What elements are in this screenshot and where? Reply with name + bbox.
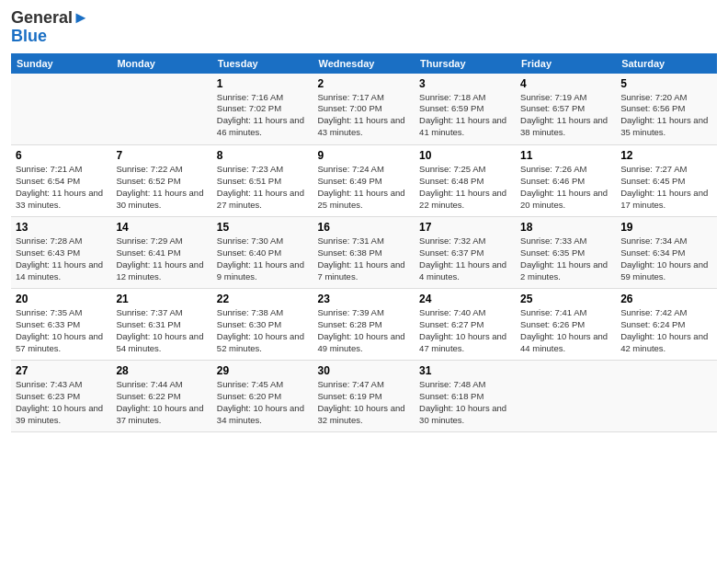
header-day-wednesday: Wednesday	[313, 53, 415, 74]
calendar-cell: 9Sunrise: 7:24 AM Sunset: 6:49 PM Daylig…	[313, 145, 415, 217]
day-number: 1	[217, 77, 309, 90]
day-info: Sunrise: 7:35 AM Sunset: 6:33 PM Dayligh…	[16, 307, 107, 354]
calendar-cell: 8Sunrise: 7:23 AM Sunset: 6:51 PM Daylig…	[212, 145, 313, 217]
week-row-4: 20Sunrise: 7:35 AM Sunset: 6:33 PM Dayli…	[11, 289, 717, 361]
header-day-tuesday: Tuesday	[212, 53, 313, 74]
day-info: Sunrise: 7:38 AM Sunset: 6:30 PM Dayligh…	[217, 307, 309, 354]
day-info: Sunrise: 7:42 AM Sunset: 6:24 PM Dayligh…	[620, 307, 712, 354]
calendar-cell: 6Sunrise: 7:21 AM Sunset: 6:54 PM Daylig…	[11, 145, 111, 217]
calendar-cell: 20Sunrise: 7:35 AM Sunset: 6:33 PM Dayli…	[11, 289, 111, 361]
day-number: 13	[16, 221, 107, 234]
day-info: Sunrise: 7:18 AM Sunset: 6:59 PM Dayligh…	[419, 92, 511, 139]
calendar-cell: 19Sunrise: 7:34 AM Sunset: 6:34 PM Dayli…	[616, 217, 717, 289]
day-number: 3	[419, 77, 511, 90]
day-info: Sunrise: 7:16 AM Sunset: 7:02 PM Dayligh…	[217, 92, 309, 139]
day-number: 4	[520, 77, 611, 90]
calendar-cell: 17Sunrise: 7:32 AM Sunset: 6:37 PM Dayli…	[415, 217, 516, 289]
day-number: 16	[317, 221, 410, 234]
day-info: Sunrise: 7:17 AM Sunset: 7:00 PM Dayligh…	[317, 92, 410, 139]
page-container: General► Blue SundayMondayTuesdayWednesd…	[0, 0, 728, 440]
day-info: Sunrise: 7:41 AM Sunset: 6:26 PM Dayligh…	[520, 307, 611, 354]
calendar-cell: 13Sunrise: 7:28 AM Sunset: 6:43 PM Dayli…	[11, 217, 111, 289]
day-number: 20	[16, 293, 107, 305]
day-info: Sunrise: 7:31 AM Sunset: 6:38 PM Dayligh…	[317, 236, 410, 282]
day-number: 21	[116, 293, 207, 305]
calendar-cell	[111, 74, 211, 145]
week-row-1: 1Sunrise: 7:16 AM Sunset: 7:02 PM Daylig…	[11, 74, 717, 145]
day-info: Sunrise: 7:45 AM Sunset: 6:20 PM Dayligh…	[217, 379, 309, 426]
day-info: Sunrise: 7:30 AM Sunset: 6:40 PM Dayligh…	[217, 236, 309, 282]
day-info: Sunrise: 7:21 AM Sunset: 6:54 PM Dayligh…	[16, 164, 107, 211]
week-row-2: 6Sunrise: 7:21 AM Sunset: 6:54 PM Daylig…	[11, 145, 717, 217]
day-number: 30	[317, 364, 410, 377]
day-info: Sunrise: 7:23 AM Sunset: 6:51 PM Dayligh…	[217, 164, 309, 211]
day-number: 18	[520, 221, 611, 234]
calendar-cell: 21Sunrise: 7:37 AM Sunset: 6:31 PM Dayli…	[111, 289, 211, 361]
day-number: 19	[620, 221, 712, 234]
calendar-cell: 29Sunrise: 7:45 AM Sunset: 6:20 PM Dayli…	[212, 361, 313, 432]
day-number: 8	[217, 149, 309, 162]
calendar-cell: 5Sunrise: 7:20 AM Sunset: 6:56 PM Daylig…	[616, 74, 717, 145]
calendar-cell: 27Sunrise: 7:43 AM Sunset: 6:23 PM Dayli…	[11, 361, 111, 432]
day-number: 25	[520, 293, 611, 305]
calendar-cell: 2Sunrise: 7:17 AM Sunset: 7:00 PM Daylig…	[313, 74, 415, 145]
calendar-cell: 14Sunrise: 7:29 AM Sunset: 6:41 PM Dayli…	[111, 217, 211, 289]
day-info: Sunrise: 7:19 AM Sunset: 6:57 PM Dayligh…	[520, 92, 611, 139]
calendar-cell: 22Sunrise: 7:38 AM Sunset: 6:30 PM Dayli…	[212, 289, 313, 361]
day-info: Sunrise: 7:47 AM Sunset: 6:19 PM Dayligh…	[317, 379, 410, 426]
week-row-5: 27Sunrise: 7:43 AM Sunset: 6:23 PM Dayli…	[11, 361, 717, 432]
day-info: Sunrise: 7:29 AM Sunset: 6:41 PM Dayligh…	[116, 236, 207, 282]
header-day-sunday: Sunday	[11, 53, 111, 74]
day-number: 10	[419, 149, 511, 162]
day-info: Sunrise: 7:24 AM Sunset: 6:49 PM Dayligh…	[317, 164, 410, 211]
calendar-cell: 31Sunrise: 7:48 AM Sunset: 6:18 PM Dayli…	[415, 361, 516, 432]
week-row-3: 13Sunrise: 7:28 AM Sunset: 6:43 PM Dayli…	[11, 217, 717, 289]
calendar-cell: 3Sunrise: 7:18 AM Sunset: 6:59 PM Daylig…	[415, 74, 516, 145]
day-number: 6	[16, 149, 107, 162]
day-info: Sunrise: 7:44 AM Sunset: 6:22 PM Dayligh…	[116, 379, 207, 426]
day-info: Sunrise: 7:26 AM Sunset: 6:46 PM Dayligh…	[520, 164, 611, 211]
day-number: 7	[116, 149, 207, 162]
day-info: Sunrise: 7:40 AM Sunset: 6:27 PM Dayligh…	[419, 307, 511, 354]
day-info: Sunrise: 7:22 AM Sunset: 6:52 PM Dayligh…	[116, 164, 207, 211]
day-number: 12	[620, 149, 712, 162]
day-info: Sunrise: 7:20 AM Sunset: 6:56 PM Dayligh…	[620, 92, 712, 139]
day-number: 2	[317, 77, 410, 90]
day-number: 29	[217, 364, 309, 377]
page-header: General► Blue	[11, 9, 717, 46]
calendar-cell: 28Sunrise: 7:44 AM Sunset: 6:22 PM Dayli…	[111, 361, 211, 432]
calendar-cell: 10Sunrise: 7:25 AM Sunset: 6:48 PM Dayli…	[415, 145, 516, 217]
day-info: Sunrise: 7:39 AM Sunset: 6:28 PM Dayligh…	[317, 307, 410, 354]
day-info: Sunrise: 7:43 AM Sunset: 6:23 PM Dayligh…	[16, 379, 107, 426]
day-number: 24	[419, 293, 511, 305]
day-info: Sunrise: 7:33 AM Sunset: 6:35 PM Dayligh…	[520, 236, 611, 282]
calendar-cell: 25Sunrise: 7:41 AM Sunset: 6:26 PM Dayli…	[516, 289, 616, 361]
logo-text: General► Blue	[11, 9, 89, 46]
day-number: 28	[116, 364, 207, 377]
header-day-saturday: Saturday	[616, 53, 717, 74]
calendar-cell	[11, 74, 111, 145]
day-number: 26	[620, 293, 712, 305]
day-number: 15	[217, 221, 309, 234]
calendar-cell	[616, 361, 717, 432]
header-row: SundayMondayTuesdayWednesdayThursdayFrid…	[11, 53, 717, 74]
day-info: Sunrise: 7:25 AM Sunset: 6:48 PM Dayligh…	[419, 164, 511, 211]
day-number: 5	[620, 77, 712, 90]
calendar-cell: 23Sunrise: 7:39 AM Sunset: 6:28 PM Dayli…	[313, 289, 415, 361]
day-number: 23	[317, 293, 410, 305]
day-info: Sunrise: 7:37 AM Sunset: 6:31 PM Dayligh…	[116, 307, 207, 354]
calendar-table: SundayMondayTuesdayWednesdayThursdayFrid…	[11, 53, 717, 433]
day-number: 31	[419, 364, 511, 377]
day-number: 27	[16, 364, 107, 377]
calendar-cell: 4Sunrise: 7:19 AM Sunset: 6:57 PM Daylig…	[516, 74, 616, 145]
calendar-cell: 15Sunrise: 7:30 AM Sunset: 6:40 PM Dayli…	[212, 217, 313, 289]
calendar-cell	[516, 361, 616, 432]
day-number: 11	[520, 149, 611, 162]
day-number: 9	[317, 149, 410, 162]
calendar-cell: 11Sunrise: 7:26 AM Sunset: 6:46 PM Dayli…	[516, 145, 616, 217]
calendar-cell: 30Sunrise: 7:47 AM Sunset: 6:19 PM Dayli…	[313, 361, 415, 432]
header-day-monday: Monday	[111, 53, 211, 74]
day-number: 14	[116, 221, 207, 234]
day-number: 22	[217, 293, 309, 305]
day-info: Sunrise: 7:27 AM Sunset: 6:45 PM Dayligh…	[620, 164, 712, 211]
